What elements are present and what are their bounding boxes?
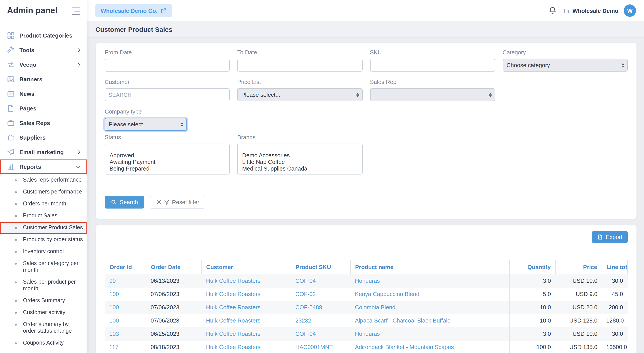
from-date-input[interactable] <box>105 59 230 72</box>
brand-option[interactable]: Little Nap Coffee <box>238 158 362 165</box>
column-header-product-sku[interactable]: Product SKU <box>291 260 350 274</box>
notifications-bell-icon[interactable] <box>548 7 556 14</box>
column-header-price[interactable]: Price <box>555 260 602 274</box>
sales-rep-select[interactable] <box>370 88 495 101</box>
sidebar-subitem-customer-product-sales[interactable]: Customer Product Sales <box>0 222 86 234</box>
sidebar-subitem-orders-per-month[interactable]: Orders per month <box>0 198 86 210</box>
product-name-cell[interactable]: Adirondack Blanket - Mountain Scapes <box>350 340 509 353</box>
sidebar-subitem-order-summary-by-order-status-change[interactable]: Order summary by order status change <box>0 318 86 337</box>
sidebar-item-banners[interactable]: Banners <box>0 72 86 86</box>
order-id-cell[interactable]: 99 <box>105 274 146 288</box>
status-option[interactable]: Awaiting Payment <box>105 158 230 165</box>
sidebar-subitem-product-sales[interactable]: Product Sales <box>0 210 86 222</box>
brands-listbox[interactable]: Demo AccessoriesLittle Nap CoffeeMedical… <box>238 144 363 174</box>
sidebar-item-suppliers[interactable]: Suppliers <box>0 130 86 145</box>
category-select[interactable]: Choose category <box>503 59 628 72</box>
line-total-cell: 1280.0 <box>602 314 628 327</box>
column-header-customer[interactable]: Customer <box>202 260 291 274</box>
customer-cell[interactable]: Hulk Coffee Roasters <box>202 288 291 301</box>
customer-cell[interactable]: Hulk Coffee Roasters <box>202 301 291 314</box>
sidebar-subitem-customers-performance[interactable]: Customers performance <box>0 186 86 198</box>
order-id-cell[interactable]: 117 <box>105 340 146 353</box>
external-link-icon <box>160 8 166 14</box>
sidebar-subitem-sales-per-category-per-month[interactable]: Sales per category per month <box>0 258 86 276</box>
sidebar-item-email-marketing[interactable]: Email marketing <box>0 145 86 160</box>
table-header: Order IdOrder DateCustomerProduct SKUPro… <box>105 260 628 274</box>
column-header-order-date[interactable]: Order Date <box>146 260 202 274</box>
to-date-field: To Date <box>238 49 363 72</box>
avatar[interactable]: W <box>624 4 636 17</box>
sidebar-item-veeqo[interactable]: Veeqo <box>0 58 86 72</box>
from-date-field: From Date <box>105 49 230 72</box>
quantity-cell: 3.0 <box>509 327 555 340</box>
product-sku-cell[interactable]: 23232 <box>291 314 350 327</box>
product-name-cell[interactable]: Honduras <box>350 327 509 340</box>
sidebar-item-news[interactable]: News <box>0 86 86 101</box>
to-date-input[interactable] <box>238 59 363 72</box>
sidebar-item-label: News <box>20 90 34 97</box>
brand-option[interactable]: Demo Accessories <box>238 152 362 158</box>
export-button[interactable]: Export <box>592 231 628 243</box>
column-header-quantity[interactable]: Quantity <box>509 260 555 274</box>
sidebar-item-settings[interactable]: Settings <box>0 349 86 353</box>
price-list-select-value: Please select... <box>242 92 280 98</box>
product-sku-cell[interactable]: HAC0001MNT <box>291 340 350 353</box>
column-header-product-name[interactable]: Product name <box>350 260 509 274</box>
export-file-icon <box>598 234 603 240</box>
sidebar-item-tools[interactable]: Tools <box>0 43 86 58</box>
sidebar-subitem-sales-reps-performance[interactable]: Sales reps performance <box>0 174 86 186</box>
company-button-label: Wholesale Demo Co. <box>101 7 158 14</box>
sidebar-item-reports[interactable]: Reports <box>0 160 86 174</box>
sidebar-item-label: Suppliers <box>20 134 46 141</box>
chevron-down-icon <box>76 164 80 168</box>
search-button[interactable]: Search <box>105 196 144 208</box>
product-name-cell[interactable]: Colombia Blend <box>350 301 509 314</box>
product-sku-cell[interactable]: COF-04 <box>291 327 350 340</box>
hamburger-menu-icon[interactable] <box>72 6 80 14</box>
status-option[interactable]: Approved <box>105 152 230 158</box>
line-total-cell: 200.0 <box>602 301 628 314</box>
column-header-line-total[interactable]: Line total <box>602 260 628 274</box>
sidebar-subitem-coupons-activity[interactable]: Coupons Activity <box>0 337 86 349</box>
sidebar-subitem-orders-summary[interactable]: Orders Summary <box>0 295 86 306</box>
sidebar-subitem-customer-activity[interactable]: Customer activity <box>0 306 86 318</box>
product-sku-cell[interactable]: COF-5489 <box>291 301 350 314</box>
sku-input[interactable] <box>370 59 495 72</box>
sidebar-subitem-sales-per-product-per-month[interactable]: Sales per product per month <box>0 276 86 295</box>
product-sku-cell[interactable]: COF-04 <box>291 274 350 288</box>
sidebar-subitem-products-by-order-status[interactable]: Products by order status <box>0 234 86 246</box>
reset-filter-button[interactable]: Reset filter <box>150 196 206 208</box>
table-row: 11708/18/2023Hulk Coffee RoastersHAC0001… <box>105 340 628 353</box>
price-cell: USD 20.0 <box>555 301 602 314</box>
sidebar-item-sales-reps[interactable]: Sales Reps <box>0 116 86 130</box>
product-sku-cell[interactable]: COF-02 <box>291 288 350 301</box>
company-button[interactable]: Wholesale Demo Co. <box>96 4 172 17</box>
chevron-right-icon <box>76 62 80 67</box>
customer-search-input[interactable] <box>105 88 230 101</box>
price-list-select[interactable]: Please select... <box>238 88 363 101</box>
page-title: Customer Product Sales <box>96 26 172 33</box>
order-id-cell[interactable]: 103 <box>105 327 146 340</box>
order-id-cell[interactable]: 100 <box>105 288 146 301</box>
customer-cell[interactable]: Hulk Coffee Roasters <box>202 340 291 353</box>
status-option[interactable]: Being Prepared <box>105 165 230 172</box>
export-button-label: Export <box>606 234 622 240</box>
order-id-cell[interactable]: 100 <box>105 314 146 327</box>
company-type-select[interactable]: Please select <box>105 118 187 131</box>
order-id-cell[interactable]: 100 <box>105 301 146 314</box>
brand-option[interactable]: Medical Supplies Canada <box>238 165 362 172</box>
price-cell: USD 9.0 <box>555 288 602 301</box>
category-field: Category Choose category <box>503 49 628 72</box>
customer-cell[interactable]: Hulk Coffee Roasters <box>202 314 291 327</box>
customer-cell[interactable]: Hulk Coffee Roasters <box>202 274 291 288</box>
customer-cell[interactable]: Hulk Coffee Roasters <box>202 327 291 340</box>
product-name-cell[interactable]: Alpaca Scarf - Charcoal Black Buffalo <box>350 314 509 327</box>
product-name-cell[interactable]: Kenya Cappuccino Blend <box>350 288 509 301</box>
status-listbox[interactable]: ApprovedAwaiting PaymentBeing Prepared <box>105 144 230 174</box>
sidebar-item-product-categories[interactable]: Product Categories <box>0 28 86 43</box>
sidebar-subitem-inventory-control[interactable]: Inventory control <box>0 246 86 258</box>
user-name[interactable]: Wholesale Demo <box>572 7 618 14</box>
product-name-cell[interactable]: Honduras <box>350 274 509 288</box>
sidebar-item-pages[interactable]: Pages <box>0 101 86 116</box>
column-header-order-id[interactable]: Order Id <box>105 260 146 274</box>
